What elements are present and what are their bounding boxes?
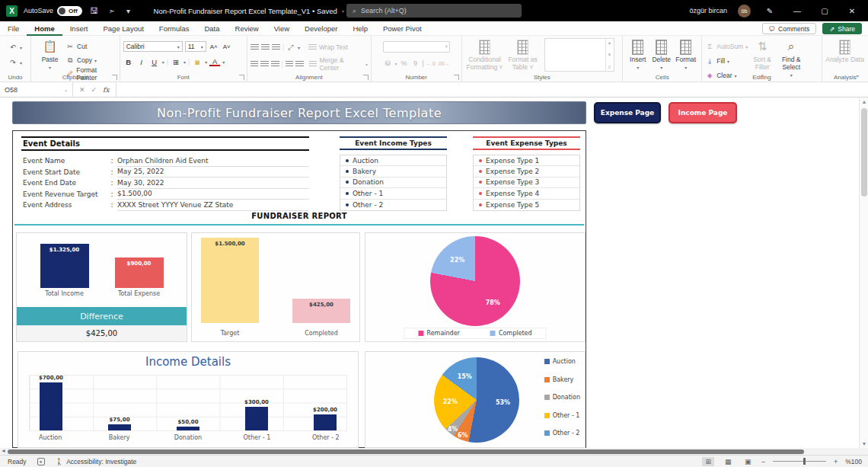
insert-function-icon[interactable]: fx xyxy=(103,86,109,94)
fill-button[interactable]: ⤓Fill▾ xyxy=(705,55,748,67)
tab-home[interactable]: Home xyxy=(27,21,62,36)
tab-developer[interactable]: Developer xyxy=(297,21,345,36)
align-left-button[interactable] xyxy=(251,61,259,68)
grow-font-button[interactable]: A˄ xyxy=(209,41,219,52)
tab-power-pivot[interactable]: Power Pivot xyxy=(375,21,429,36)
title-caret-icon[interactable]: ▾ xyxy=(342,8,344,14)
analyze-data-icon xyxy=(839,40,850,55)
search-input[interactable]: ⌕ Search (Alt+Q) xyxy=(346,4,522,18)
zoom-out-button[interactable]: − xyxy=(761,458,765,465)
font-color-button[interactable]: A xyxy=(209,57,220,66)
shrink-font-button[interactable]: A˅ xyxy=(222,41,232,52)
underline-button[interactable]: U xyxy=(149,56,160,67)
maximize-button[interactable]: ▢ xyxy=(816,7,833,15)
legend-swatch-icon xyxy=(544,413,550,418)
category-label: Auction xyxy=(29,434,72,441)
zoom-in-button[interactable]: + xyxy=(834,458,838,465)
status-bar: Ready ● 🚶 Accessibility: Investigate ⊞ ▦… xyxy=(0,455,868,467)
ribbon: ↶▾ ↷▾ Undo 📋 Paste▾ ✂Cut ⧉Copy▾ 🖉Format … xyxy=(0,36,868,82)
redo-button[interactable]: ↷▾ xyxy=(8,56,22,69)
name-box[interactable]: O58⌄ xyxy=(0,82,73,97)
tab-help[interactable]: Help xyxy=(345,21,375,36)
bar-value-label: $200,00 xyxy=(313,407,337,413)
page-break-view-button[interactable]: ▣ xyxy=(742,457,754,466)
align-center-button[interactable] xyxy=(260,61,269,68)
tab-review[interactable]: Review xyxy=(228,21,266,36)
undo-button[interactable]: ↶▾ xyxy=(8,41,22,53)
copy-button[interactable]: ⧉Copy▾ xyxy=(65,54,116,66)
scroll-down-icon[interactable]: ▼ xyxy=(860,441,868,446)
worksheet[interactable]: Non-Profit Fundraiser Report Excel Templ… xyxy=(0,98,859,448)
share-button[interactable]: ⇗ Share xyxy=(822,23,862,34)
find-select-button[interactable]: ⌕ Find & Select▾ xyxy=(777,38,806,78)
quick-access-toolbar-caret-icon[interactable]: ▾ xyxy=(123,7,134,15)
formula-input[interactable] xyxy=(116,82,868,97)
align-right-button[interactable] xyxy=(271,61,279,68)
pointer-icon[interactable]: ➣ xyxy=(107,7,117,15)
fill-color-button[interactable]: ◙ xyxy=(192,56,203,67)
horizontal-scrollbar[interactable]: ◄ xyxy=(0,448,868,455)
cut-button[interactable]: ✂Cut xyxy=(65,40,116,53)
tab-view[interactable]: View xyxy=(266,21,297,36)
delete-cells-button[interactable]: Delete▾ xyxy=(649,38,673,71)
pen-mode-icon[interactable]: ✎ xyxy=(761,7,778,15)
bar-donation xyxy=(177,427,199,430)
legend-item: Other - 2 xyxy=(544,430,580,437)
decrease-indent-button[interactable] xyxy=(286,61,294,68)
bullet-icon xyxy=(346,181,349,184)
bold-button[interactable]: B xyxy=(123,56,134,67)
zoom-slider[interactable] xyxy=(773,461,826,462)
collapse-ribbon-icon[interactable]: ⌄ xyxy=(854,71,860,78)
paste-button[interactable]: 📋 Paste▾ xyxy=(34,38,65,71)
accessibility-status[interactable]: 🚶 Accessibility: Investigate xyxy=(56,458,137,465)
autosave-toggle[interactable]: AutoSave Off xyxy=(24,6,82,16)
vertical-scrollbar[interactable]: ▲ ▼ xyxy=(859,98,868,448)
horizontal-scroll-thumb[interactable] xyxy=(8,449,804,454)
category-label: Completed xyxy=(292,330,350,337)
align-bottom-button[interactable] xyxy=(272,44,280,51)
pie-slice-label: 15% xyxy=(458,373,472,380)
bullet-icon xyxy=(346,159,349,162)
fundraiser-report-title: FUNDRAISER REPORT xyxy=(13,212,586,220)
align-top-button[interactable] xyxy=(251,44,259,51)
orientation-button[interactable]: ⤢ xyxy=(286,43,295,52)
tab-file[interactable]: File xyxy=(0,21,27,36)
normal-view-button[interactable]: ⊞ xyxy=(702,457,714,466)
bar-other-1 xyxy=(245,407,268,430)
increase-indent-button[interactable] xyxy=(295,61,304,68)
italic-button[interactable]: I xyxy=(136,56,147,67)
minimize-button[interactable]: — xyxy=(789,7,806,15)
tab-data[interactable]: Data xyxy=(196,21,227,36)
pie-slice-label: 22% xyxy=(443,398,458,405)
cancel-icon[interactable]: ✕ xyxy=(79,86,85,94)
font-size-select[interactable]: 11▾ xyxy=(185,41,206,52)
tab-page-layout[interactable]: Page Layout xyxy=(95,21,151,36)
page-layout-view-button[interactable]: ▦ xyxy=(722,457,734,466)
comments-button[interactable]: 🗩 Comments xyxy=(762,23,817,34)
tab-formulas[interactable]: Formulas xyxy=(152,21,197,36)
autosave-knob xyxy=(59,8,65,14)
insert-cells-button[interactable]: Insert▾ xyxy=(626,38,649,71)
format-cells-button[interactable]: Format▾ xyxy=(673,38,698,71)
category-label: Total Expense xyxy=(115,290,164,297)
avatar[interactable]: öb xyxy=(738,5,751,18)
enter-icon[interactable]: ✓ xyxy=(91,86,97,94)
borders-button[interactable]: ⊞ xyxy=(171,56,181,67)
formula-bar: O58⌄ ✕ ✓ fx xyxy=(0,82,868,98)
income-page-button[interactable]: Income Page xyxy=(669,102,737,123)
vertical-scroll-thumb[interactable] xyxy=(861,108,867,197)
macro-record-icon[interactable]: ● xyxy=(37,458,45,465)
tab-insert[interactable]: Insert xyxy=(62,21,96,36)
expense-page-button[interactable]: Expense Page xyxy=(594,102,661,123)
wrap-text-button: Wrap Text xyxy=(308,41,348,53)
scroll-up-icon[interactable]: ▲ xyxy=(860,99,868,104)
close-button[interactable]: ✕ xyxy=(844,7,860,15)
bar-total-income: $1.325,00 xyxy=(40,244,89,288)
bar-value-label: $425,00 xyxy=(292,302,350,308)
save-icon[interactable]: 🖫 xyxy=(88,6,101,15)
font-name-select[interactable]: Calibri▾ xyxy=(123,41,183,52)
scroll-left-icon[interactable]: ◄ xyxy=(1,448,6,453)
align-middle-button[interactable] xyxy=(261,44,270,51)
zoom-slider-thumb[interactable] xyxy=(803,458,806,465)
pie-legend: AuctionBakeryDonationOther - 1Other - 2 xyxy=(544,358,580,437)
